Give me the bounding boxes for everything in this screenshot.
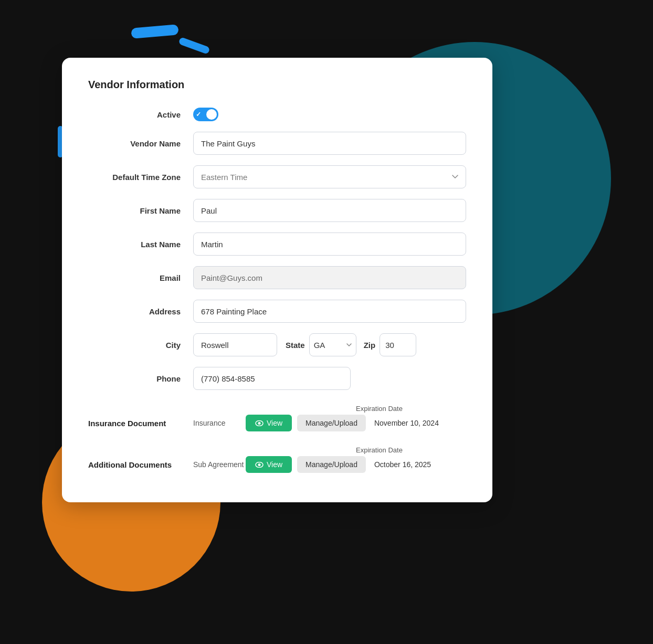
additional-view-label: View: [267, 460, 282, 469]
insurance-expiry-header: Expiration Date: [356, 405, 403, 413]
last-name-label: Last Name: [88, 240, 193, 249]
additional-doc-row: Additional Documents Sub Agreement View …: [88, 456, 466, 473]
eye-icon-additional: [255, 462, 264, 468]
additional-documents-section: Expiration Date Additional Documents Sub…: [88, 446, 466, 473]
insurance-manage-label: Manage/Upload: [306, 419, 357, 427]
active-toggle[interactable]: ✓: [193, 108, 218, 121]
insurance-doc-type: Insurance: [193, 419, 246, 427]
vendor-name-input[interactable]: [193, 132, 466, 155]
vendor-name-label: Vendor Name: [88, 139, 193, 148]
vendor-name-row: Vendor Name: [88, 132, 466, 155]
zip-label: Zip: [364, 341, 376, 350]
email-input[interactable]: [193, 266, 466, 289]
toggle-slider: ✓: [193, 108, 218, 121]
active-toggle-wrap: ✓: [193, 108, 218, 121]
active-label: Active: [88, 110, 193, 119]
vendor-information-modal: Vendor Information Active ✓ Vendor Name …: [62, 58, 492, 502]
additional-expiry-header: Expiration Date: [356, 446, 403, 454]
first-name-input[interactable]: [193, 199, 466, 222]
phone-input[interactable]: [193, 367, 351, 390]
state-select[interactable]: GA AL FL NC SC TN: [309, 333, 356, 356]
additional-manage-button[interactable]: Manage/Upload: [297, 456, 366, 473]
insurance-expiry-date: November 10, 2024: [374, 419, 439, 427]
eye-icon: [255, 420, 264, 426]
modal-title: Vendor Information: [88, 79, 466, 91]
additional-doc-type: Sub Agreement: [193, 460, 246, 469]
timezone-row: Default Time Zone Eastern Time Central T…: [88, 165, 466, 188]
insurance-doc-label: Insurance Document: [88, 419, 193, 428]
insurance-manage-button[interactable]: Manage/Upload: [297, 415, 366, 431]
city-input[interactable]: [193, 333, 277, 356]
address-row: Address: [88, 300, 466, 323]
insurance-view-button[interactable]: View: [246, 415, 292, 431]
toggle-check-icon: ✓: [196, 111, 201, 118]
last-name-row: Last Name: [88, 233, 466, 256]
additional-view-button[interactable]: View: [246, 456, 292, 473]
insurance-header-row: Expiration Date: [88, 405, 466, 413]
svg-point-1: [258, 422, 261, 425]
insurance-doc-row: Insurance Document Insurance View Manage…: [88, 415, 466, 431]
timezone-label: Default Time Zone: [88, 173, 193, 182]
additional-header-row: Expiration Date: [88, 446, 466, 454]
additional-expiry-date: October 16, 2025: [374, 460, 431, 469]
bg-squiggle-2: [178, 37, 210, 55]
phone-row: Phone: [88, 367, 466, 390]
zip-input[interactable]: [380, 333, 416, 356]
phone-label: Phone: [88, 374, 193, 383]
bg-squiggle-1: [131, 24, 178, 39]
first-name-label: First Name: [88, 206, 193, 215]
city-state-zip-row: City State GA AL FL NC SC TN Zip: [88, 333, 466, 356]
last-name-input[interactable]: [193, 233, 466, 256]
address-label: Address: [88, 307, 193, 316]
first-name-row: First Name: [88, 199, 466, 222]
email-row: Email: [88, 266, 466, 289]
svg-point-3: [258, 463, 261, 466]
additional-manage-label: Manage/Upload: [306, 460, 357, 469]
city-label: City: [88, 341, 193, 350]
insurance-document-section: Expiration Date Insurance Document Insur…: [88, 405, 466, 431]
insurance-view-label: View: [267, 419, 282, 427]
additional-doc-label: Additional Documents: [88, 460, 193, 469]
timezone-select[interactable]: Eastern Time Central Time Mountain Time …: [193, 165, 466, 188]
state-label: State: [286, 341, 305, 350]
active-row: Active ✓: [88, 108, 466, 121]
email-label: Email: [88, 273, 193, 282]
address-input[interactable]: [193, 300, 466, 323]
